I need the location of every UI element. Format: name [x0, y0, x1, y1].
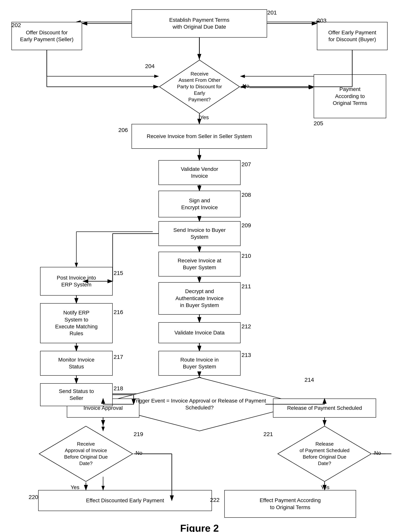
node-219-label: Receive Approval of Invoice Before Origi… — [64, 441, 108, 466]
ref-206: 206 — [118, 127, 128, 133]
node-210-label: Receive Invoice at Buyer System — [178, 257, 222, 271]
ref-208: 208 — [242, 192, 251, 198]
node-201: Establish Payment Terms with Original Du… — [131, 9, 267, 38]
node-204-label: Receive Assent From Other Party to Disco… — [177, 71, 222, 102]
ref-216: 216 — [114, 309, 123, 315]
node-216-label: Notify ERP System to Execute Matching Ru… — [55, 309, 98, 337]
node-215: Post Invoice into ERP System — [40, 267, 113, 296]
ref-221: 221 — [263, 431, 273, 437]
node-220-label: Effect Discounted Early Payment — [86, 497, 164, 504]
flowchart-diagram: Yes — [0, 0, 399, 532]
figure-label: Figure 2 — [134, 522, 265, 532]
ref-212: 212 — [242, 323, 251, 330]
node-208: Sign and Encrypt Invoice — [158, 191, 241, 217]
node-211: Decrypt and Authenticate Invoice in Buye… — [158, 282, 241, 315]
node-206: Receive Invoice from Seller in Seller Sy… — [131, 124, 267, 149]
payment-scheduled-box: Release of Payment Scheduled — [273, 399, 376, 418]
node-205: Payment According to Original Terms — [314, 74, 386, 118]
node-209: Send Invoice to Buyer System — [158, 221, 241, 246]
ref-215: 215 — [114, 270, 123, 276]
node-207: Validate Vendor Invoice — [158, 160, 241, 185]
ref-220: 220 — [29, 494, 38, 500]
ref-204: 204 — [145, 63, 155, 70]
payment-scheduled-label: Release of Payment Scheduled — [287, 405, 362, 412]
ref-213: 213 — [242, 352, 251, 358]
label-yes-219: Yes — [71, 484, 79, 490]
node-205-label: Payment According to Original Terms — [333, 86, 367, 107]
node-210: Receive Invoice at Buyer System — [158, 252, 241, 277]
node-212: Validate Invoice Data — [158, 322, 241, 343]
label-no-219: No — [136, 450, 142, 456]
ref-210: 210 — [242, 253, 251, 259]
node-214: Trigger Event = Invoice Approval or Rele… — [95, 377, 304, 432]
node-213: Route Invoice in Buyer System — [158, 351, 241, 376]
node-206-label: Receive Invoice from Seller in Seller Sy… — [147, 133, 252, 140]
node-209-label: Send Invoice to Buyer System — [173, 227, 226, 241]
label-no-221: No — [374, 450, 381, 456]
node-202-label: Offer Discount for Early Payment (Seller… — [20, 29, 73, 43]
node-203-label: Offer Early Payment for Discount (Buyer) — [328, 29, 376, 43]
ref-218: 218 — [114, 385, 123, 392]
node-218: Send Status to Seller — [40, 383, 113, 406]
node-214-label: Trigger Event = Invoice Approval or Rele… — [133, 398, 266, 411]
node-202: Offer Discount for Early Payment (Seller… — [12, 22, 82, 50]
node-216: Notify ERP System to Execute Matching Ru… — [40, 303, 113, 343]
ref-203: 203 — [317, 17, 327, 24]
ref-217: 217 — [114, 354, 123, 360]
node-219: Receive Approval of Invoice Before Origi… — [38, 425, 134, 482]
node-221: Release of Payment Scheduled Before Orig… — [277, 425, 372, 482]
label-yes-204: Yes — [200, 114, 209, 120]
label-yes-221: Yes — [321, 484, 329, 490]
svg-text:Yes: Yes — [0, 0, 9, 1]
label-no-204: No — [242, 83, 249, 89]
ref-209: 209 — [242, 222, 251, 229]
node-208-label: Sign and Encrypt Invoice — [181, 197, 218, 211]
node-213-label: Route Invoice in Buyer System — [180, 356, 219, 370]
node-201-label: Establish Payment Terms with Original Du… — [169, 17, 229, 31]
ref-214: 214 — [305, 377, 314, 383]
ref-207: 207 — [242, 161, 251, 168]
ref-205: 205 — [314, 120, 323, 127]
ref-211: 211 — [242, 283, 251, 290]
node-203: Offer Early Payment for Discount (Buyer) — [317, 22, 387, 50]
ref-202: 202 — [12, 22, 21, 28]
node-217-label: Monitor Invoice Status — [58, 356, 94, 370]
node-222-label: Effect Payment According to Original Ter… — [260, 497, 321, 511]
node-211-label: Decrypt and Authenticate Invoice in Buye… — [176, 288, 223, 309]
node-221-label: Release of Payment Scheduled Before Orig… — [300, 441, 350, 466]
node-217: Monitor Invoice Status — [40, 351, 113, 376]
node-222: Effect Payment According to Original Ter… — [224, 490, 356, 518]
node-220: Effect Discounted Early Payment — [38, 490, 212, 511]
node-207-label: Validate Vendor Invoice — [181, 166, 218, 180]
node-218-label: Send Status to Seller — [59, 388, 94, 402]
node-204: Receive Assent From Other Party to Disco… — [158, 59, 241, 114]
node-212-label: Validate Invoice Data — [175, 329, 225, 336]
ref-222: 222 — [210, 497, 220, 503]
node-215-label: Post Invoice into ERP System — [57, 274, 96, 288]
ref-219: 219 — [134, 431, 143, 437]
ref-201: 201 — [267, 9, 277, 16]
